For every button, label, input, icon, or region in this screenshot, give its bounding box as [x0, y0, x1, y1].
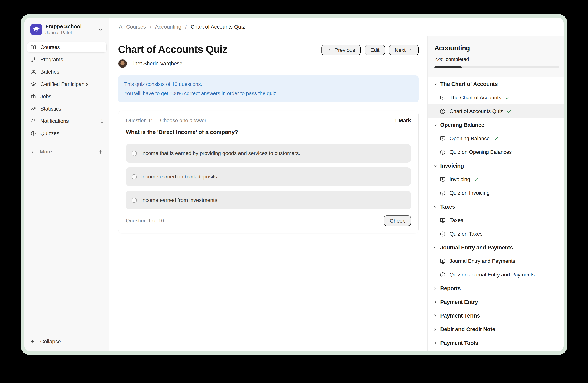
outline-section-payment-tools[interactable]: Payment Tools: [428, 336, 564, 350]
screen-frame: Frappe School Jannat Patel CoursesProgra…: [21, 14, 567, 355]
quiz-page: Chart of Accounts Quiz Linet Sherin Varg…: [109, 36, 427, 351]
answer-option-label: Income that is earned by providing goods…: [141, 150, 300, 156]
workspace-switcher[interactable]: Frappe School Jannat Patel: [28, 21, 105, 38]
outline-item-label: Journal Entry and Payments: [450, 258, 515, 264]
outline-item-the-chart-of-accounts[interactable]: The Chart of Accounts: [428, 91, 564, 104]
outline-item-label: Quiz on Opening Balances: [450, 149, 512, 155]
breadcrumb-accounting[interactable]: Accounting: [155, 24, 181, 30]
lesson-icon: [440, 135, 446, 142]
outline-section-title: Debit and Credit Note: [440, 326, 495, 332]
outline-item-invoicing[interactable]: Invoicing: [428, 172, 564, 186]
check-button[interactable]: Check: [384, 215, 411, 226]
quiz-header: Chart of Accounts Quiz Linet Sherin Varg…: [118, 43, 419, 68]
workspace-text: Frappe School Jannat Patel: [45, 23, 82, 36]
chevron-down-icon: [433, 246, 437, 250]
outline-section-title: Reports: [440, 285, 461, 292]
outline-section-reports[interactable]: Reports: [428, 282, 564, 295]
sidebar-collapse-button[interactable]: Collapse: [27, 336, 107, 347]
outline-item-taxes[interactable]: Taxes: [428, 213, 564, 227]
outline-item-quiz-on-opening-balances[interactable]: Quiz on Opening Balances: [428, 145, 564, 159]
sidebar-item-quizzes[interactable]: Quizzes: [27, 128, 107, 139]
previous-label: Previous: [335, 47, 355, 53]
outline-section-title: Payment Tools: [440, 340, 478, 346]
chevron-right-icon: [433, 314, 437, 318]
plus-icon[interactable]: [98, 149, 104, 154]
page-title: Chart of Accounts Quiz: [118, 43, 227, 55]
sidebar-item-label: Programs: [40, 57, 63, 63]
chevron-down-icon: [433, 82, 437, 86]
sidebar-item-label: Certified Participants: [40, 81, 88, 87]
progress-bar: [434, 66, 559, 68]
outline-section-title: Payment Terms: [440, 313, 480, 319]
check-icon: [474, 177, 479, 182]
sidebar-item-label: Statistics: [40, 106, 61, 112]
progress-bar-fill: [434, 66, 462, 68]
outline-section-taxes[interactable]: Taxes: [428, 200, 564, 213]
radio-button[interactable]: [132, 174, 137, 179]
sidebar-item-jobs[interactable]: Jobs: [27, 91, 107, 102]
outline-item-chart-of-accounts-quiz[interactable]: Chart of Accounts Quiz: [428, 104, 564, 118]
edit-button[interactable]: Edit: [365, 45, 385, 56]
sidebar-item-batches[interactable]: Batches: [27, 67, 107, 77]
radio-button[interactable]: [132, 198, 137, 203]
sidebar-menu: CoursesProgramsBatchesCertified Particip…: [27, 42, 107, 140]
quiz-icon: [440, 231, 446, 237]
sidebar-item-label: Quizzes: [40, 130, 59, 136]
outline-section-title: Payment Entry: [440, 299, 478, 305]
outline-item-label: Invoicing: [450, 176, 470, 182]
lesson-icon: [440, 258, 446, 264]
outline-section-title: The Chart of Accounts: [440, 81, 498, 87]
radio-button[interactable]: [132, 151, 137, 156]
outline-list: The Chart of AccountsThe Chart of Accoun…: [428, 77, 564, 351]
main-column: All Courses / Accounting / Chart of Acco…: [109, 18, 564, 351]
sidebar-item-courses[interactable]: Courses: [27, 42, 107, 53]
sidebar-item-label: Courses: [40, 44, 60, 50]
sidebar-spacer: [27, 157, 107, 336]
course-completed-text: 22% completed: [434, 57, 559, 62]
answer-option-1[interactable]: Income that is earned by providing goods…: [126, 144, 411, 163]
users-icon: [30, 69, 36, 75]
breadcrumb-all-courses[interactable]: All Courses: [119, 24, 146, 30]
sidebar-item-statistics[interactable]: Statistics: [27, 103, 107, 114]
outline-section-title: Journal Entry and Payments: [440, 245, 513, 251]
outline-section-debit-and-credit-note[interactable]: Debit and Credit Note: [428, 323, 564, 336]
outline-section-payment-entry[interactable]: Payment Entry: [428, 295, 564, 309]
outline-item-quiz-on-journal-entry-and-payments[interactable]: Quiz on Journal Entry and Payments: [428, 268, 564, 282]
content-row: Chart of Accounts Quiz Linet Sherin Varg…: [109, 36, 564, 351]
quiz-nav-buttons: Previous Edit Next: [321, 45, 419, 56]
answer-option-3[interactable]: Income earned from investments: [126, 191, 411, 210]
outline-item-opening-balance[interactable]: Opening Balance: [428, 132, 564, 145]
collapse-left-icon: [30, 339, 36, 345]
sidebar-item-programs[interactable]: Programs: [27, 54, 107, 65]
outline-section-payment-terms[interactable]: Payment Terms: [428, 309, 564, 323]
outline-item-label: Quiz on Taxes: [450, 231, 483, 237]
sidebar-item-notifications[interactable]: Notifications1: [27, 116, 107, 126]
sidebar-item-certified-participants[interactable]: Certified Participants: [27, 79, 107, 90]
outline-item-journal-entry-and-payments[interactable]: Journal Entry and Payments: [428, 254, 564, 268]
outline-item-quiz-on-taxes[interactable]: Quiz on Taxes: [428, 227, 564, 241]
sidebar-item-label: Jobs: [40, 94, 51, 99]
outline-item-quiz-on-invoicing[interactable]: Quiz on Invoicing: [428, 186, 564, 200]
course-title: Accounting: [434, 44, 559, 52]
collapse-label: Collapse: [40, 339, 61, 345]
workspace-user: Jannat Patel: [45, 30, 82, 36]
sidebar-item-label: Notifications: [40, 118, 69, 124]
outline-section-opening-balance[interactable]: Opening Balance: [428, 118, 564, 132]
outline-section-the-chart-of-accounts[interactable]: The Chart of Accounts: [428, 77, 564, 91]
app-window: Frappe School Jannat Patel CoursesProgra…: [24, 18, 564, 351]
graduation-cap-logo-icon: [32, 25, 41, 34]
outline-section-invoicing[interactable]: Invoicing: [428, 159, 564, 172]
outline-section-title: Taxes: [440, 204, 455, 210]
answer-option-2[interactable]: Income earned on bank deposits: [126, 168, 411, 186]
next-button[interactable]: Next: [389, 45, 419, 56]
left-sidebar: Frappe School Jannat Patel CoursesProgra…: [24, 18, 109, 351]
outline-item-label: Taxes: [450, 217, 463, 223]
check-icon: [505, 95, 510, 100]
outline-section-journal-entry-and-payments[interactable]: Journal Entry and Payments: [428, 241, 564, 254]
edit-label: Edit: [370, 47, 379, 53]
chevron-down-icon: [433, 164, 437, 168]
check-icon: [493, 136, 498, 141]
breadcrumb-separator: /: [150, 24, 151, 30]
previous-button[interactable]: Previous: [321, 45, 361, 56]
sidebar-more[interactable]: More: [27, 147, 107, 157]
